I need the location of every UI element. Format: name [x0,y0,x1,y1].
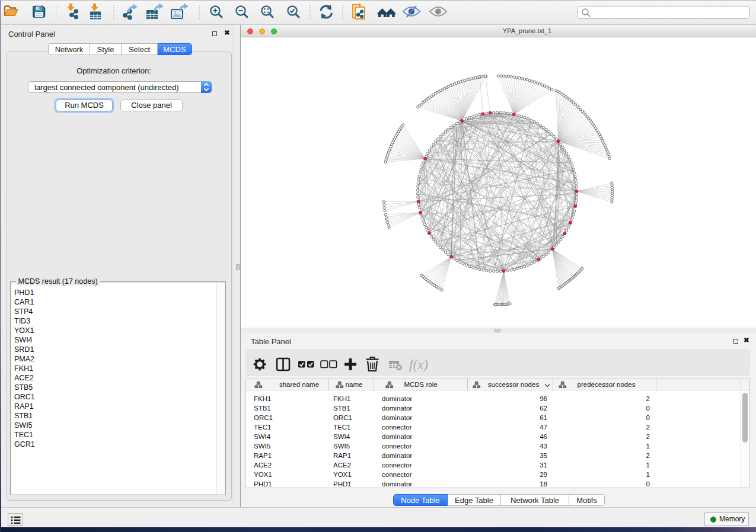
svg-text:f(x): f(x) [409,357,428,372]
